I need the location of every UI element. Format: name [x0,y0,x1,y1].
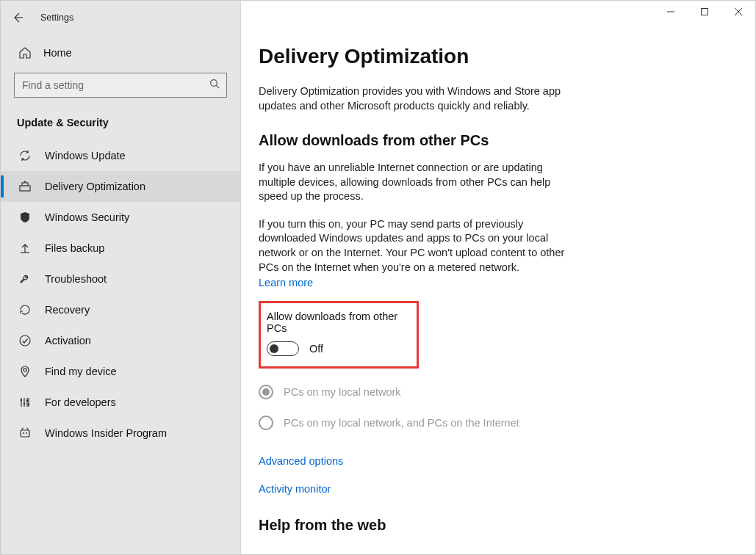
sidebar-item-label: Delivery Optimization [45,181,145,192]
advanced-options-link[interactable]: Advanced options [259,455,729,467]
svg-point-6 [26,400,29,402]
sidebar-item-activation[interactable]: Activation [1,325,240,356]
toggle-knob [270,344,278,353]
advanced-links: Advanced options Activity monitor [259,455,729,495]
window-controls [654,1,755,23]
sidebar-item-label: Windows Insider Program [45,427,167,439]
sidebar-item-label: Activation [45,335,91,347]
paragraph-2: If you turn this on, your PC may send pa… [259,217,575,275]
home-label: Home [43,47,72,59]
sidebar-item-home[interactable]: Home [1,32,240,73]
section-heading: Allow downloads from other PCs [259,132,729,149]
developers-icon [18,396,32,409]
sidebar-item-label: Recovery [45,304,90,316]
main-content: Delivery Optimization Delivery Optimizat… [241,1,755,554]
svg-point-2 [20,335,30,346]
home-icon [18,46,32,59]
svg-point-9 [23,432,24,434]
insider-icon [18,427,32,440]
svg-point-3 [24,369,26,371]
sidebar-item-files-backup[interactable]: Files backup [1,233,240,264]
svg-rect-11 [702,9,708,15]
checkmark-circle-icon [18,334,32,347]
radio-local-and-internet[interactable]: PCs on my local network, and PCs on the … [259,416,729,430]
sidebar-item-label: Troubleshoot [45,273,107,285]
delivery-icon [18,180,32,193]
maximize-button[interactable] [688,1,721,23]
svg-rect-1 [20,186,30,191]
sync-icon [18,149,32,162]
section-title: Update & Security [1,111,240,140]
sidebar-item-windows-insider[interactable]: Windows Insider Program [1,418,240,449]
intro-text: Delivery Optimization provides you with … [259,84,575,113]
recovery-icon [18,303,32,316]
svg-point-10 [26,432,27,434]
back-arrow-icon[interactable] [11,11,24,24]
backup-icon [18,242,32,255]
learn-more-link[interactable]: Learn more [259,277,313,289]
radio-group: PCs on my local network PCs on my local … [259,385,729,430]
search-input[interactable] [14,73,227,98]
svg-rect-8 [21,430,29,437]
sidebar-nav: Windows Update Delivery Optimization Win… [1,140,240,449]
allow-downloads-toggle[interactable] [267,341,299,356]
activity-monitor-link[interactable]: Activity monitor [259,483,729,495]
sidebar-item-for-developers[interactable]: For developers [1,387,240,418]
search-box[interactable] [14,73,227,98]
radio-label: PCs on my local network, and PCs on the … [284,417,519,429]
toggle-label: Allow downloads from other PCs [267,311,406,334]
sidebar-item-label: Files backup [45,242,104,254]
toggle-state: Off [309,343,323,355]
search-icon [209,79,220,92]
help-heading: Help from the web [259,517,729,534]
radio-local-network[interactable]: PCs on my local network [259,385,729,399]
titlebar: Settings [1,11,240,32]
svg-point-0 [211,80,217,87]
paragraph-1: If you have an unreliable Internet conne… [259,161,575,204]
sidebar-item-recovery[interactable]: Recovery [1,294,240,325]
sidebar-item-delivery-optimization[interactable]: Delivery Optimization [1,171,240,202]
svg-point-4 [21,399,23,402]
sidebar-item-label: Find my device [45,366,117,377]
shield-icon [18,211,32,224]
radio-label: PCs on my local network [284,386,401,398]
svg-point-7 [28,404,30,406]
sidebar-item-windows-security[interactable]: Windows Security [1,202,240,233]
wrench-icon [18,272,32,286]
sidebar-item-find-my-device[interactable]: Find my device [1,356,240,387]
location-icon [18,365,32,378]
radio-icon [259,416,273,430]
page-title: Delivery Optimization [259,45,729,68]
app-title: Settings [40,12,73,23]
sidebar-item-label: For developers [45,396,116,408]
minimize-button[interactable] [654,1,688,23]
svg-point-5 [24,403,26,405]
radio-icon [259,385,273,399]
close-button[interactable] [721,1,755,23]
sidebar-item-windows-update[interactable]: Windows Update [1,140,240,171]
sidebar-item-label: Windows Security [45,211,129,223]
sidebar-item-label: Windows Update [45,150,126,162]
sidebar: Settings Home Update & Security Windows … [1,1,241,554]
sidebar-item-troubleshoot[interactable]: Troubleshoot [1,264,240,294]
toggle-highlight: Allow downloads from other PCs Off [259,301,419,369]
